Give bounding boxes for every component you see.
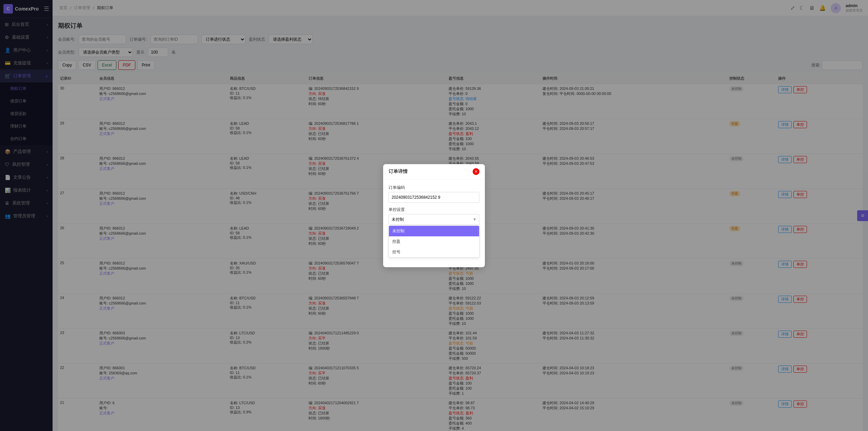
modal-close-button[interactable]: ✕ [473,168,479,175]
modal-title: 订单详情 [389,169,408,175]
modal-header: 订单详情 ✕ [383,164,485,179]
control-select-wrapper: 未控制 控盈 控号 ▼ [389,214,479,225]
order-code-group: 订单编码 [389,185,479,203]
modal-overlay[interactable]: 订单详情 ✕ 订单编码 单控设置 未控制 控盈 控号 ▼ [0,0,868,431]
order-code-label: 订单编码 [389,185,479,191]
order-detail-modal: 订单详情 ✕ 订单编码 单控设置 未控制 控盈 控号 ▼ [383,164,485,267]
dropdown-item-uncontrolled[interactable]: 未控制 [389,226,479,236]
control-setting-label: 单控设置 [389,207,479,213]
dropdown-item-loss[interactable]: 控号 [389,247,479,257]
control-dropdown-list: 未控制 控盈 控号 [389,226,479,258]
modal-body: 订单编码 单控设置 未控制 控盈 控号 ▼ 未控制 控盈 控号 [383,179,485,267]
dropdown-item-profit[interactable]: 控盈 [389,236,479,247]
order-code-input[interactable] [389,192,479,203]
control-setting-group: 单控设置 未控制 控盈 控号 ▼ 未控制 控盈 控号 [389,207,479,258]
control-select[interactable]: 未控制 控盈 控号 [389,214,479,225]
